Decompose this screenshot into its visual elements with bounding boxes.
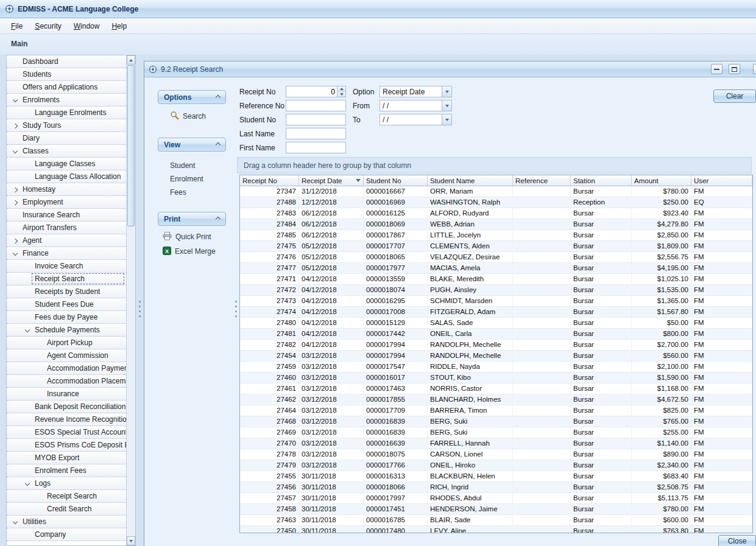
table-row[interactable]: 2745030/11/20180000017480LEVY, AlineBurs… bbox=[240, 526, 752, 533]
group-by-bar[interactable]: Drag a column header here to group by th… bbox=[237, 157, 752, 173]
sidebar-item-language-class-allocation[interactable]: Language Class Allocation bbox=[7, 170, 126, 183]
table-row[interactable]: 2748004/12/20180000015129SALAS, SadeBurs… bbox=[240, 318, 752, 329]
reference-no-input[interactable] bbox=[286, 100, 345, 111]
sidebar-item-receipt-search[interactable]: Receipt Search bbox=[7, 273, 126, 285]
panel-splitter-handle[interactable] bbox=[235, 299, 238, 318]
table-row[interactable]: 2747304/12/20180000016295SCHMIDT, Marsde… bbox=[240, 296, 752, 307]
table-row[interactable]: 2746903/12/20180000016839BERG, SukiBursa… bbox=[240, 427, 752, 438]
sidebar-splitter-handle[interactable] bbox=[138, 299, 141, 318]
table-row[interactable]: 2747705/12/20180000017977MACIAS, AmelaBu… bbox=[240, 263, 752, 274]
column-header-reference[interactable]: Reference bbox=[513, 175, 571, 186]
column-header-receipt-date[interactable]: Receipt Date bbox=[299, 175, 364, 186]
last-name-input[interactable] bbox=[286, 128, 345, 139]
sidebar-item-revenue-income-recognition[interactable]: Revenue Income Recognition bbox=[7, 413, 126, 426]
table-row[interactable]: 2746003/12/20180000016017STOUT, KiboBurs… bbox=[240, 373, 752, 383]
sidebar-item-receipts-by-student[interactable]: Receipts by Student bbox=[7, 285, 126, 298]
options-panel-header[interactable]: Options bbox=[158, 90, 226, 104]
filter-dropdown-icon[interactable] bbox=[356, 179, 361, 182]
close-button[interactable]: Close bbox=[718, 535, 756, 546]
scrollbar-thumb[interactable] bbox=[127, 65, 135, 226]
table-row[interactable]: 2746203/12/20180000017855BLANCHARD, Holm… bbox=[240, 394, 752, 405]
sidebar-item-accommodation-placement[interactable]: Accommodation Placement bbox=[7, 375, 126, 388]
to-date-field[interactable]: / / bbox=[380, 114, 452, 125]
sidebar-item-employment[interactable]: Employment bbox=[7, 196, 126, 209]
search-button[interactable]: Search bbox=[170, 111, 206, 122]
sidebar-item-student-fees-due[interactable]: Student Fees Due bbox=[7, 298, 126, 311]
table-row[interactable]: 2745903/12/20180000017547RIDDLE, NaydaBu… bbox=[240, 362, 752, 373]
window-titlebar[interactable]: EDMISS - ACME Language College bbox=[0, 0, 756, 18]
sidebar-item-credit-search[interactable]: Credit Search bbox=[7, 503, 126, 516]
sidebar-item-study-tours[interactable]: Study Tours bbox=[7, 119, 126, 132]
window-edge-button[interactable] bbox=[753, 64, 756, 74]
sidebar-item-students[interactable]: Students bbox=[7, 68, 126, 81]
sidebar-item-agent[interactable]: Agent bbox=[7, 234, 126, 247]
table-row[interactable]: 2746803/12/20180000016839BERG, SukiBursa… bbox=[240, 416, 752, 427]
sidebar-item-utilities[interactable]: Utilities bbox=[7, 516, 126, 528]
column-header-station[interactable]: Station bbox=[571, 175, 632, 186]
table-row[interactable]: 2746103/12/20180000017463NORRIS, CastorB… bbox=[240, 383, 752, 394]
table-row[interactable]: 2748306/12/20180000016125ALFORD, Rudyard… bbox=[240, 208, 752, 219]
receipt-no-spinner[interactable] bbox=[337, 86, 345, 97]
first-name-input[interactable] bbox=[286, 142, 345, 153]
sidebar-item-airport-transfers[interactable]: Airport Transfers bbox=[7, 222, 126, 234]
table-row[interactable]: 2747903/12/20180000017766ONEIL, HirokoBu… bbox=[240, 460, 752, 471]
table-row[interactable]: 2747803/12/20180000018075CARSON, LionelB… bbox=[240, 449, 752, 460]
sidebar-item-esos-prisms-coe-deposit-expor[interactable]: ESOS Prisms CoE Deposit Expor bbox=[7, 439, 126, 452]
sidebar-item-language-classes[interactable]: Language Classes bbox=[7, 158, 126, 170]
sidebar-item-classes[interactable]: Classes bbox=[7, 145, 126, 158]
sidebar-item-receipt-search[interactable]: Receipt Search bbox=[7, 490, 126, 503]
menu-window[interactable]: Window bbox=[68, 19, 106, 33]
table-row[interactable]: 2745403/12/20180000017994RANDOLPH, Meche… bbox=[240, 351, 752, 362]
table-row[interactable]: 2747404/12/20180000017008FITZGERALD, Ada… bbox=[240, 307, 752, 318]
table-row[interactable]: 2745630/11/20180000018066RICH, IngridBur… bbox=[240, 482, 752, 493]
table-row[interactable]: 2747104/12/20180000013559BLAKE, Meredith… bbox=[240, 274, 752, 285]
sidebar-item-diary[interactable]: Diary bbox=[7, 132, 126, 145]
column-header-amount[interactable]: Amount bbox=[632, 175, 691, 186]
quick-print-button[interactable]: Quick Print bbox=[163, 231, 211, 242]
table-row[interactable]: 2746403/12/20180000017709BARRERA, TimonB… bbox=[240, 405, 752, 416]
minimize-button[interactable] bbox=[711, 64, 722, 74]
menu-file[interactable]: File bbox=[5, 19, 29, 33]
sidebar-item-schedule-payments[interactable]: Schedule Payments bbox=[7, 324, 126, 337]
table-row[interactable]: 2748812/12/20180000016969WASHINGTON, Ral… bbox=[240, 197, 752, 208]
sidebar-item-agent-commission[interactable]: Agent Commission bbox=[7, 349, 126, 362]
table-row[interactable]: 2745530/11/20180000016313BLACKBURN, Hele… bbox=[240, 471, 752, 482]
table-row[interactable]: 2747003/12/20180000016639FARRELL, Hannah… bbox=[240, 438, 752, 449]
table-row[interactable]: 2745730/11/20180000017997RHODES, AbdulBu… bbox=[240, 493, 752, 504]
calendar-dropdown-button[interactable] bbox=[442, 114, 451, 125]
menu-help[interactable]: Help bbox=[105, 19, 133, 33]
table-row[interactable]: 2745830/11/20180000017451HENDERSON, Jaim… bbox=[240, 504, 752, 515]
column-header-user[interactable]: User bbox=[691, 175, 752, 186]
print-panel-header[interactable]: Print bbox=[158, 212, 226, 226]
calendar-dropdown-button[interactable] bbox=[442, 100, 451, 111]
sidebar-item-language-enrolments[interactable]: Language Enrolments bbox=[7, 107, 126, 119]
sidebar-item-esos-special-trust-account[interactable]: ESOS Special Trust Account bbox=[7, 426, 126, 439]
sidebar-item-offers-and-applications[interactable]: Offers and Applications bbox=[7, 81, 126, 94]
sidebar-item-invoice-search[interactable]: Invoice Search bbox=[7, 260, 126, 273]
sidebar-item-logs[interactable]: Logs bbox=[7, 477, 126, 490]
sidebar-item-accommodation-payment[interactable]: Accommodation Payment bbox=[7, 362, 126, 375]
sidebar-scrollbar[interactable] bbox=[126, 55, 135, 545]
table-row[interactable]: 2747204/12/20180000018074PUGH, AinsleyBu… bbox=[240, 285, 752, 296]
sidebar-item-company[interactable]: Company bbox=[7, 528, 126, 541]
sidebar-item-myob-export[interactable]: MYOB Export bbox=[7, 452, 126, 464]
view-student-link[interactable]: Student bbox=[170, 160, 195, 171]
column-header-student-name[interactable]: Student Name bbox=[428, 175, 513, 186]
sidebar-item-finance[interactable]: Finance bbox=[7, 247, 126, 260]
table-row[interactable]: 2748204/12/20180000017994RANDOLPH, Meche… bbox=[240, 340, 752, 351]
spin-down-button[interactable] bbox=[337, 92, 345, 97]
table-row[interactable]: 2748104/12/20180000017442ONEIL, CarlaBur… bbox=[240, 329, 752, 340]
excel-merge-button[interactable]: X Excel Merge bbox=[163, 246, 216, 257]
table-row[interactable]: 2747505/12/20180000017707CLEMENTS, Alden… bbox=[240, 241, 752, 252]
clear-button[interactable]: Clear bbox=[713, 89, 756, 103]
receipt-window-titlebar[interactable]: 9.2 Receipt Search bbox=[144, 61, 756, 77]
option-select[interactable]: Receipt Date bbox=[380, 86, 452, 97]
maximize-button[interactable] bbox=[729, 64, 740, 74]
receipt-no-input[interactable] bbox=[286, 86, 337, 97]
table-row[interactable]: 2746330/11/20180000016785BLAIR, SadeBurs… bbox=[240, 515, 752, 526]
from-date-field[interactable]: / / bbox=[380, 100, 452, 111]
spin-up-button[interactable] bbox=[337, 86, 345, 92]
sidebar-item-insurance[interactable]: Insurance bbox=[7, 388, 126, 401]
sidebar-item-dashboard[interactable]: Dashboard bbox=[7, 55, 126, 68]
tab-main[interactable]: Main bbox=[11, 40, 27, 48]
